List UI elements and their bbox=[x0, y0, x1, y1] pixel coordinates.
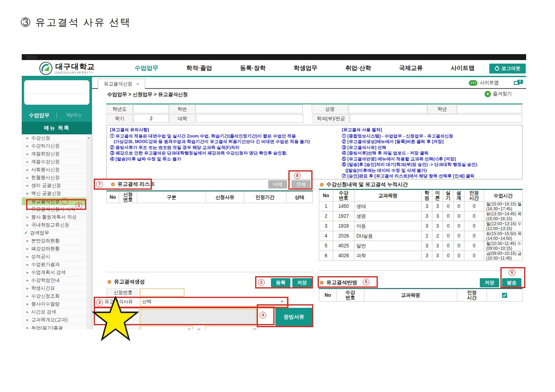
sitemap-shortcut[interactable]: 사이트맵 bbox=[469, 79, 499, 86]
scroll-up-icon[interactable]: ▲ bbox=[87, 136, 91, 140]
period-end-input[interactable]: ▦ bbox=[205, 326, 258, 330]
apply-save-button[interactable]: 저장 bbox=[480, 278, 499, 287]
calendar-icon[interactable]: ▦ bbox=[188, 328, 191, 330]
name-input[interactable] bbox=[349, 105, 427, 113]
tab-close-icon[interactable]: × bbox=[136, 81, 139, 87]
university-logo[interactable]: 대구대학교 DAEGUUNIVERSITY bbox=[39, 62, 95, 75]
field-label-학기: 학기 bbox=[106, 114, 133, 123]
calendar-icon[interactable]: ▦ bbox=[253, 328, 256, 330]
table-cell: 3 bbox=[432, 251, 443, 261]
sidebar-group-label: 검색업무 bbox=[30, 230, 49, 236]
sidebar-item-label: 봉사이수열람 bbox=[31, 301, 60, 307]
college-input[interactable] bbox=[196, 114, 303, 123]
absence-apply-title-text: 유고결석반영 bbox=[326, 279, 357, 286]
major-input[interactable] bbox=[350, 114, 522, 123]
table-cell: 4025 bbox=[333, 241, 354, 251]
nav-item-취업·산학[interactable]: 취업·산학 bbox=[345, 64, 371, 72]
table-cell: 0 bbox=[464, 251, 484, 261]
sidebar-item-label: 유고결석신청서 서식 bbox=[31, 206, 75, 213]
sidebar-item-성적공시[interactable]: ▶성적공시 bbox=[22, 253, 86, 261]
column-header: 상태 bbox=[286, 191, 313, 203]
arrow-right-icon: ▶ bbox=[27, 279, 28, 282]
sidebar-item-수강허가신청[interactable]: ▶수강허가신청 bbox=[22, 142, 86, 150]
create-save-button[interactable]: 저장 bbox=[292, 278, 312, 287]
sidebar-group-search[interactable]: ✓검색업무 bbox=[22, 229, 86, 237]
screenshot-stage: ③ 유고결석 사유 선택 대구대학교 DAEGUUNIVERSITY 수업업무학… bbox=[0, 0, 555, 392]
tab-class-work[interactable]: 수업업무 bbox=[22, 112, 57, 119]
sidebar-item-학생시간표[interactable]: ▶학생시간표 bbox=[22, 285, 86, 292]
sidebar-item-폐강강좌현황[interactable]: ▶폐강강좌현황 bbox=[22, 245, 86, 253]
tab-my-menu[interactable]: My메뉴 bbox=[57, 112, 92, 119]
nav-item-국제교류[interactable]: 국제교류 bbox=[399, 64, 423, 72]
table-cell: 생태 bbox=[354, 202, 422, 211]
sidebar-item-clipped[interactable]: ▶취업(필기)출결 bbox=[22, 324, 86, 330]
column-header: 인정 시간 bbox=[464, 190, 484, 202]
sidebar-item-수강학점안내[interactable]: ▶수강학점안내 bbox=[22, 277, 86, 285]
sidebar-item-봉사이수열람[interactable]: ▶봉사이수열람 bbox=[22, 300, 86, 308]
semester-input[interactable] bbox=[133, 114, 169, 123]
tab-strip: 유고결석신청 × 사이트맵 × bbox=[92, 77, 526, 89]
absence-create-title: 유고결석생성 bbox=[108, 278, 145, 285]
sidebar-item-사회봉사신청[interactable]: ▶사회봉사신청 bbox=[22, 166, 86, 174]
sidebar-item-국내학점교류신청[interactable]: ▶국내학점교류신청 bbox=[22, 221, 86, 229]
sidebar-item-유고결석신청서 서식[interactable]: ▶유고결석신청서 서식 bbox=[22, 205, 86, 213]
select-all-checkbox[interactable] bbox=[502, 293, 507, 298]
logout-button[interactable]: 로그아웃 bbox=[489, 64, 526, 74]
nav-item-학적·졸업[interactable]: 학적·졸업 bbox=[186, 64, 212, 72]
table-row: 64026과학33000금(09:00~10:15) 금(10:30~11:45… bbox=[319, 251, 523, 261]
sidebar-item-유고결석신청[interactable]: ▶유고결석신청 bbox=[22, 198, 86, 205]
field-label-대학: 대학 bbox=[169, 114, 195, 123]
sidebar-item-계절희망신청[interactable]: ▶계절희망신청 bbox=[22, 150, 86, 158]
student-id-input[interactable] bbox=[195, 105, 303, 113]
sidebar-item-시간표 검색[interactable]: ▶시간표 검색 bbox=[22, 308, 86, 316]
table-cell: 0 bbox=[454, 241, 464, 251]
table-row: 11450생태33000월(15:00~16:15) 월(16:30~17:45… bbox=[319, 202, 523, 211]
grade-input[interactable] bbox=[457, 105, 522, 113]
print-button[interactable]: 인쇄 bbox=[292, 180, 311, 188]
nav-item-사이트맵[interactable]: 사이트맵 bbox=[451, 64, 475, 72]
favorite-label: 즐겨찾기 bbox=[493, 90, 512, 97]
nav-item-수업업무[interactable]: 수업업무 bbox=[134, 64, 158, 72]
sitemap-label: 사이트맵 bbox=[480, 79, 499, 86]
login-info-box bbox=[24, 80, 89, 105]
table-cell: 금(09:00~10:15) 금(10:30~11:45) bbox=[484, 251, 523, 261]
period-start-input[interactable]: ▦ bbox=[140, 326, 193, 330]
sidebar-item-계절수강신청[interactable]: ▶계절수강신청 bbox=[22, 158, 86, 166]
attachment-button[interactable]: 증빙서류 bbox=[275, 308, 313, 326]
sidebar-item-생리 공결신청[interactable]: ▶생리 공결신청 bbox=[22, 182, 86, 190]
sidebar-item-수강신청[interactable]: ▶수강신청 bbox=[22, 134, 86, 142]
send-button[interactable]: 발송 bbox=[502, 278, 521, 287]
nav-item-학생업무[interactable]: 학생업무 bbox=[294, 64, 317, 72]
sidebar-item-백신 공결신청[interactable]: ▶백신 공결신청 bbox=[22, 190, 86, 198]
form-row: 학기대학학과(부)/전공 bbox=[106, 114, 523, 123]
student-info-form: 학년도학번성명학년학기대학학과(부)/전공 bbox=[106, 105, 523, 124]
sidebar-item-label: 교과목개요(교과) bbox=[31, 317, 68, 323]
tab-absence-application[interactable]: 유고결석신청 × bbox=[98, 79, 145, 89]
close-all-tabs-icon[interactable]: × bbox=[514, 80, 523, 86]
favorite-button[interactable]: ★ 즐겨찾기 bbox=[485, 90, 512, 97]
tab-label: 유고결석신청 bbox=[104, 81, 132, 87]
notice-title: [유고결석 유의사항] bbox=[110, 127, 337, 133]
sidebar-item-봉사 활동계획서 작성[interactable]: ▶봉사 활동계획서 작성 bbox=[22, 213, 86, 221]
sidebar-scrollbar[interactable]: ▲ bbox=[87, 135, 91, 329]
arrow-right-icon: ▶ bbox=[27, 184, 28, 187]
university-name-en: DAEGUUNIVERSITY bbox=[55, 71, 95, 74]
sidebar-item-수업평가결과[interactable]: ▶수업평가결과 bbox=[22, 261, 86, 269]
reason-select[interactable]: 선택 bbox=[140, 297, 287, 306]
credit-table-title: 수강신청내역 및 유고결석 누적시간 bbox=[320, 181, 408, 188]
delete-button[interactable]: 삭제 bbox=[268, 180, 287, 188]
sidebar-item-수강신청조회[interactable]: ▶수강신청조회 bbox=[22, 292, 86, 300]
credit-table-title-text: 수강신청내역 및 유고결석 누적시간 bbox=[326, 181, 408, 188]
sidebar-item-교과목개요(교과)[interactable]: ▶교과목개요(교과) bbox=[22, 316, 86, 324]
sidebar-item-분반강좌현황[interactable]: ▶분반강좌현황 bbox=[22, 237, 86, 245]
table-cell: 0 bbox=[443, 241, 454, 251]
notice-line: ① [종합정보시스템] - 수업업무 - 신청업무 - 유고결석신청 bbox=[342, 133, 520, 139]
register-button[interactable]: 등록 bbox=[271, 278, 290, 287]
sidebar-item-수업계획서 검색[interactable]: ▶수업계획서 검색 bbox=[22, 269, 86, 277]
apply-no-input[interactable] bbox=[140, 288, 184, 296]
sidebar-item-헌혈봉사신청[interactable]: ▶헌혈봉사신청 bbox=[22, 174, 86, 182]
nav-item-등록·장학[interactable]: 등록·장학 bbox=[240, 64, 266, 72]
arrow-right-icon: ▶ bbox=[27, 192, 28, 195]
year-input[interactable] bbox=[133, 105, 169, 113]
table-cell: 3 bbox=[319, 221, 333, 231]
